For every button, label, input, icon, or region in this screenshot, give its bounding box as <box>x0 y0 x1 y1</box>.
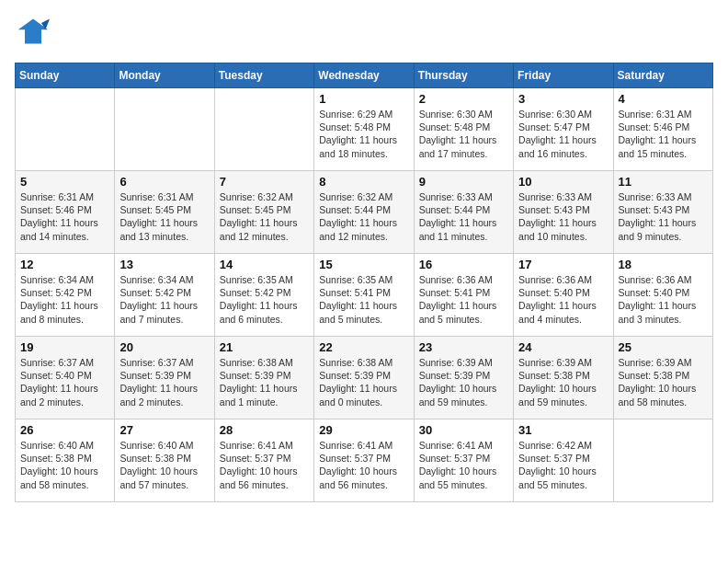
day-info: Sunrise: 6:35 AM Sunset: 5:42 PM Dayligh… <box>220 273 309 326</box>
calendar-day: 30Sunrise: 6:41 AM Sunset: 5:37 PM Dayli… <box>414 419 513 502</box>
day-number: 3 <box>518 92 608 106</box>
day-number: 10 <box>518 175 608 189</box>
calendar-day: 16Sunrise: 6:36 AM Sunset: 5:41 PM Dayli… <box>414 254 513 337</box>
day-info: Sunrise: 6:41 AM Sunset: 5:37 PM Dayligh… <box>319 439 408 491</box>
day-info: Sunrise: 6:36 AM Sunset: 5:40 PM Dayligh… <box>619 273 708 326</box>
day-number: 30 <box>419 423 508 437</box>
day-info: Sunrise: 6:36 AM Sunset: 5:41 PM Dayligh… <box>419 273 508 326</box>
calendar-table: SundayMondayTuesdayWednesdayThursdayFrid… <box>15 63 713 502</box>
day-info: Sunrise: 6:31 AM Sunset: 5:46 PM Dayligh… <box>20 190 109 243</box>
calendar-week-2: 5Sunrise: 6:31 AM Sunset: 5:46 PM Daylig… <box>16 171 713 254</box>
day-number: 29 <box>319 423 408 437</box>
calendar-day: 22Sunrise: 6:38 AM Sunset: 5:39 PM Dayli… <box>314 337 414 419</box>
day-number: 8 <box>319 175 408 189</box>
day-info: Sunrise: 6:32 AM Sunset: 5:44 PM Dayligh… <box>319 190 408 243</box>
day-info: Sunrise: 6:31 AM Sunset: 5:45 PM Dayligh… <box>119 190 209 243</box>
calendar-day: 3Sunrise: 6:30 AM Sunset: 5:47 PM Daylig… <box>514 88 613 171</box>
calendar-day: 21Sunrise: 6:38 AM Sunset: 5:39 PM Dayli… <box>214 337 313 419</box>
calendar-day: 6Sunrise: 6:31 AM Sunset: 5:45 PM Daylig… <box>115 171 214 254</box>
day-number: 27 <box>119 423 209 437</box>
calendar-header: SundayMondayTuesdayWednesdayThursdayFrid… <box>16 63 713 88</box>
calendar-week-3: 12Sunrise: 6:34 AM Sunset: 5:42 PM Dayli… <box>16 254 713 337</box>
calendar-day: 27Sunrise: 6:40 AM Sunset: 5:38 PM Dayli… <box>115 419 214 502</box>
day-info: Sunrise: 6:40 AM Sunset: 5:38 PM Dayligh… <box>119 439 209 491</box>
day-number: 4 <box>619 92 708 106</box>
calendar-day <box>214 88 313 171</box>
day-info: Sunrise: 6:37 AM Sunset: 5:40 PM Dayligh… <box>20 356 109 408</box>
day-header-thursday: Thursday <box>414 63 513 88</box>
day-info: Sunrise: 6:39 AM Sunset: 5:38 PM Dayligh… <box>619 356 708 408</box>
day-info: Sunrise: 6:34 AM Sunset: 5:42 PM Dayligh… <box>119 273 209 326</box>
day-number: 24 <box>518 340 608 354</box>
calendar-day: 20Sunrise: 6:37 AM Sunset: 5:39 PM Dayli… <box>115 337 214 419</box>
calendar-day: 1Sunrise: 6:29 AM Sunset: 5:48 PM Daylig… <box>314 88 414 171</box>
day-info: Sunrise: 6:35 AM Sunset: 5:41 PM Dayligh… <box>319 273 408 326</box>
day-number: 23 <box>419 340 508 354</box>
logo <box>15 15 50 52</box>
calendar-day: 18Sunrise: 6:36 AM Sunset: 5:40 PM Dayli… <box>613 254 712 337</box>
day-number: 19 <box>20 340 109 354</box>
day-header-wednesday: Wednesday <box>314 63 414 88</box>
day-info: Sunrise: 6:42 AM Sunset: 5:37 PM Dayligh… <box>518 439 608 491</box>
day-number: 25 <box>619 340 708 354</box>
day-number: 11 <box>619 175 708 189</box>
calendar-day: 24Sunrise: 6:39 AM Sunset: 5:38 PM Dayli… <box>514 337 613 419</box>
day-info: Sunrise: 6:33 AM Sunset: 5:43 PM Dayligh… <box>518 190 608 243</box>
day-info: Sunrise: 6:38 AM Sunset: 5:39 PM Dayligh… <box>220 356 309 408</box>
day-number: 26 <box>20 423 109 437</box>
calendar-day: 26Sunrise: 6:40 AM Sunset: 5:38 PM Dayli… <box>16 419 115 502</box>
day-info: Sunrise: 6:40 AM Sunset: 5:38 PM Dayligh… <box>20 439 109 491</box>
calendar-day: 11Sunrise: 6:33 AM Sunset: 5:43 PM Dayli… <box>613 171 712 254</box>
calendar-day: 2Sunrise: 6:30 AM Sunset: 5:48 PM Daylig… <box>414 88 513 171</box>
day-header-saturday: Saturday <box>613 63 712 88</box>
calendar-day: 29Sunrise: 6:41 AM Sunset: 5:37 PM Dayli… <box>314 419 414 502</box>
calendar-day: 7Sunrise: 6:32 AM Sunset: 5:45 PM Daylig… <box>214 171 313 254</box>
day-header-friday: Friday <box>514 63 613 88</box>
calendar-day: 17Sunrise: 6:36 AM Sunset: 5:40 PM Dayli… <box>514 254 613 337</box>
day-number: 16 <box>419 258 508 271</box>
day-number: 15 <box>319 258 408 271</box>
day-number: 14 <box>220 258 309 271</box>
day-info: Sunrise: 6:30 AM Sunset: 5:48 PM Dayligh… <box>419 108 508 160</box>
day-header-monday: Monday <box>115 63 214 88</box>
calendar-day: 14Sunrise: 6:35 AM Sunset: 5:42 PM Dayli… <box>214 254 313 337</box>
day-info: Sunrise: 6:39 AM Sunset: 5:38 PM Dayligh… <box>518 356 608 408</box>
day-info: Sunrise: 6:31 AM Sunset: 5:46 PM Dayligh… <box>619 108 708 160</box>
day-number: 18 <box>619 258 708 271</box>
day-info: Sunrise: 6:36 AM Sunset: 5:40 PM Dayligh… <box>518 273 608 326</box>
day-number: 28 <box>220 423 309 437</box>
day-info: Sunrise: 6:34 AM Sunset: 5:42 PM Dayligh… <box>20 273 109 326</box>
day-number: 1 <box>319 92 408 106</box>
day-number: 12 <box>20 258 109 271</box>
calendar-day: 23Sunrise: 6:39 AM Sunset: 5:39 PM Dayli… <box>414 337 513 419</box>
day-number: 6 <box>119 175 209 189</box>
calendar-day: 5Sunrise: 6:31 AM Sunset: 5:46 PM Daylig… <box>16 171 115 254</box>
calendar-body: 1Sunrise: 6:29 AM Sunset: 5:48 PM Daylig… <box>16 88 713 502</box>
day-number: 5 <box>20 175 109 189</box>
day-number: 2 <box>419 92 508 106</box>
day-number: 31 <box>518 423 608 437</box>
calendar-day: 4Sunrise: 6:31 AM Sunset: 5:46 PM Daylig… <box>613 88 712 171</box>
logo-icon <box>17 15 50 48</box>
day-info: Sunrise: 6:41 AM Sunset: 5:37 PM Dayligh… <box>419 439 508 491</box>
calendar-day: 15Sunrise: 6:35 AM Sunset: 5:41 PM Dayli… <box>314 254 414 337</box>
calendar-day <box>16 88 115 171</box>
calendar-week-5: 26Sunrise: 6:40 AM Sunset: 5:38 PM Dayli… <box>16 419 713 502</box>
calendar-day <box>115 88 214 171</box>
day-header-tuesday: Tuesday <box>214 63 313 88</box>
day-number: 13 <box>119 258 209 271</box>
calendar-day: 28Sunrise: 6:41 AM Sunset: 5:37 PM Dayli… <box>214 419 313 502</box>
day-number: 7 <box>220 175 309 189</box>
day-info: Sunrise: 6:37 AM Sunset: 5:39 PM Dayligh… <box>119 356 209 408</box>
day-info: Sunrise: 6:33 AM Sunset: 5:43 PM Dayligh… <box>619 190 708 243</box>
day-info: Sunrise: 6:39 AM Sunset: 5:39 PM Dayligh… <box>419 356 508 408</box>
calendar-day <box>613 419 712 502</box>
day-info: Sunrise: 6:30 AM Sunset: 5:47 PM Dayligh… <box>518 108 608 160</box>
day-number: 9 <box>419 175 508 189</box>
calendar-day: 12Sunrise: 6:34 AM Sunset: 5:42 PM Dayli… <box>16 254 115 337</box>
day-header-sunday: Sunday <box>16 63 115 88</box>
day-info: Sunrise: 6:32 AM Sunset: 5:45 PM Dayligh… <box>220 190 309 243</box>
calendar-day: 19Sunrise: 6:37 AM Sunset: 5:40 PM Dayli… <box>16 337 115 419</box>
day-number: 22 <box>319 340 408 354</box>
calendar-day: 10Sunrise: 6:33 AM Sunset: 5:43 PM Dayli… <box>514 171 613 254</box>
